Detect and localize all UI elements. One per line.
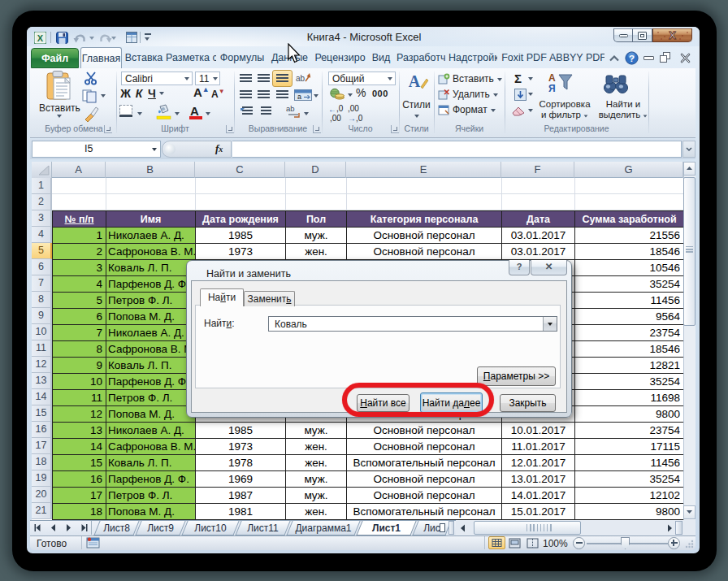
svg-text:ab: ab — [286, 104, 295, 113]
svg-text:X: X — [669, 29, 676, 41]
svg-text:А: А — [548, 72, 556, 84]
svg-text:ab: ab — [296, 74, 306, 83]
svg-text:a: a — [297, 93, 301, 101]
svg-text:А: А — [409, 72, 421, 90]
svg-text:Я: Я — [548, 83, 556, 94]
svg-text:?: ? — [629, 54, 635, 63]
